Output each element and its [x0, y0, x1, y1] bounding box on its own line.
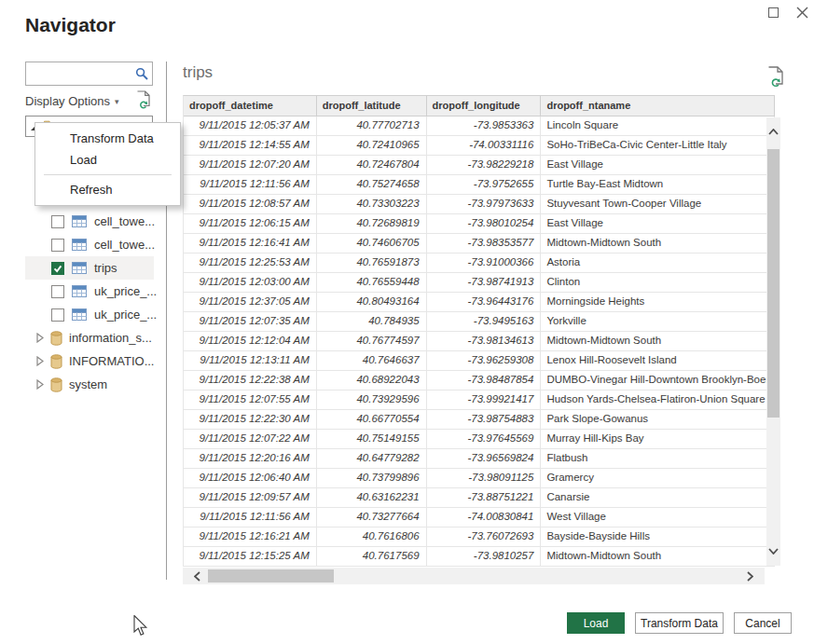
cell: 40.64779282	[317, 449, 427, 468]
scroll-right-button[interactable]	[743, 569, 757, 583]
load-button[interactable]: Load	[567, 612, 625, 634]
table-row: 9/11/2015 12:06:40 AM40.73799896-73.9809…	[184, 469, 775, 488]
cell: 9/11/2015 12:22:38 AM	[184, 371, 317, 390]
cell: Lincoln Square	[541, 116, 775, 135]
cell: 9/11/2015 12:07:22 AM	[184, 430, 317, 448]
cell: 40.73929596	[317, 391, 427, 409]
cell: 9/11/2015 12:08:57 AM	[184, 195, 317, 213]
vertical-scrollbar[interactable]	[766, 117, 780, 566]
cell: 9/11/2015 12:16:21 AM	[184, 528, 317, 546]
context-menu: Transform DataLoadRefresh	[34, 122, 181, 206]
table-row: 9/11/2015 12:07:22 AM40.75149155-73.9764…	[184, 430, 775, 449]
checkbox[interactable]	[51, 285, 64, 298]
cell: 40.74606705	[317, 234, 427, 253]
cell: 9/11/2015 12:25:53 AM	[184, 253, 317, 272]
checkbox[interactable]	[51, 215, 64, 228]
scroll-left-button[interactable]	[190, 569, 204, 583]
refresh-preview-button[interactable]	[767, 66, 785, 91]
table-icon	[72, 285, 87, 297]
cell: East Village	[541, 156, 775, 174]
scroll-up-button[interactable]	[766, 125, 780, 139]
sidebar-item-uk-price[interactable]: uk_price_...	[25, 303, 154, 326]
cell: -73.97973633	[427, 195, 542, 213]
table-row: 9/11/2015 12:07:35 AM40.784935-73.949516…	[184, 312, 775, 332]
cell: -73.98754883	[427, 410, 542, 429]
table-row: 9/11/2015 12:05:37 AM40.77702713-73.9853…	[184, 116, 775, 136]
cell: 9/11/2015 12:22:30 AM	[184, 410, 317, 429]
checkbox[interactable]	[51, 308, 64, 322]
cell: 40.75149155	[317, 430, 427, 448]
search-input[interactable]	[26, 63, 131, 84]
vertical-scrollbar-thumb[interactable]	[767, 149, 780, 418]
table-row: 9/11/2015 12:14:55 AM40.72410965-74.0033…	[184, 136, 775, 156]
cell: -73.98010254	[427, 214, 542, 233]
cell: -73.76072693	[427, 528, 542, 546]
expand-chevron[interactable]	[36, 333, 44, 343]
table-icon	[72, 308, 87, 321]
transform-data-button[interactable]: Transform Data	[635, 612, 724, 634]
table-icon	[72, 262, 87, 274]
sidebar-item-uk-price[interactable]: uk_price_...	[25, 280, 154, 303]
sidebar-item-system[interactable]: system	[25, 373, 154, 396]
cancel-button[interactable]: Cancel	[734, 612, 792, 634]
table-row: 9/11/2015 12:20:16 AM40.64779282-73.9656…	[184, 449, 775, 469]
cell: 40.73277664	[317, 508, 427, 527]
cell: East Village	[541, 214, 775, 233]
sidebar-item-informatio[interactable]: INFORMATIO...	[25, 349, 154, 373]
table-row: 9/11/2015 12:07:55 AM40.73929596-73.9992…	[184, 391, 775, 410]
cell: Flatbush	[541, 449, 775, 468]
cell: 40.76591873	[317, 253, 427, 272]
cell: -73.96443176	[427, 293, 542, 311]
checkbox[interactable]	[51, 239, 64, 252]
horizontal-scrollbar-thumb[interactable]	[208, 569, 334, 582]
sidebar-item-cell-towe[interactable]: cell_towe...	[25, 233, 154, 256]
expand-chevron[interactable]	[36, 379, 44, 390]
menu-item-transform-data[interactable]: Transform Data	[35, 128, 180, 149]
cell: 9/11/2015 12:07:20 AM	[184, 156, 317, 174]
scroll-down-button[interactable]	[766, 544, 780, 558]
sidebar-item-trips[interactable]: trips	[25, 256, 154, 280]
table-row: 9/11/2015 12:06:15 AM40.72689819-73.9801…	[184, 214, 775, 234]
cell: Astoria	[541, 253, 775, 272]
search-icon[interactable]	[131, 67, 152, 80]
cell: Bayside-Bayside Hills	[541, 528, 775, 546]
table-row: 9/11/2015 12:37:05 AM40.80493164-73.9644…	[184, 293, 775, 312]
cell: 9/11/2015 12:07:55 AM	[184, 391, 317, 409]
tree-item-label: uk_price_...	[94, 308, 157, 322]
expand-chevron[interactable]	[36, 356, 44, 366]
navigator-tree: cell_towe...cell_towe...cell_towe...trip…	[25, 186, 154, 396]
sidebar-item-cell-towe[interactable]: cell_towe...	[25, 210, 154, 233]
display-options-dropdown[interactable]: Display Options ▾	[25, 94, 119, 108]
cell: 9/11/2015 12:05:37 AM	[184, 116, 317, 135]
cell: 40.73303223	[317, 195, 427, 213]
cell: 9/11/2015 12:11:56 AM	[184, 508, 317, 527]
horizontal-scrollbar[interactable]	[183, 568, 765, 584]
menu-item-load[interactable]: Load	[35, 149, 180, 171]
column-header-dropoff_longitude: dropoff_longitude	[427, 96, 542, 116]
cell: -73.98353577	[427, 234, 542, 253]
table-row: 9/11/2015 12:09:57 AM40.63162231-73.8875…	[184, 488, 775, 508]
cell: -73.98091125	[427, 469, 542, 487]
cell: Midtown-Midtown South	[541, 547, 775, 566]
menu-separator	[44, 174, 172, 175]
cell: Turtle Bay-East Midtown	[541, 175, 775, 194]
table-row: 9/11/2015 12:08:57 AM40.73303223-73.9797…	[184, 195, 775, 214]
sidebar-item-information-s[interactable]: information_s...	[25, 326, 154, 349]
cell: -73.88751221	[427, 488, 542, 507]
checkbox[interactable]	[51, 262, 64, 275]
table-row: 9/11/2015 12:11:56 AM40.73277664-74.0083…	[184, 508, 775, 528]
tree-item-label: cell_towe...	[94, 238, 155, 252]
cell: -73.98487854	[427, 371, 542, 390]
table-icon	[72, 239, 87, 251]
cell: 40.75274658	[317, 175, 427, 194]
close-button[interactable]	[793, 4, 810, 21]
cell: 9/11/2015 12:20:16 AM	[184, 449, 317, 468]
maximize-button[interactable]	[765, 4, 781, 21]
refresh-source-button[interactable]	[136, 90, 152, 113]
document-refresh-icon	[767, 66, 785, 88]
cell: 40.76559448	[317, 273, 427, 292]
cell: -73.9495163	[427, 312, 542, 331]
menu-item-refresh[interactable]: Refresh	[35, 179, 180, 200]
cell: 40.72467804	[317, 156, 427, 174]
cell: -73.9853363	[427, 116, 542, 135]
